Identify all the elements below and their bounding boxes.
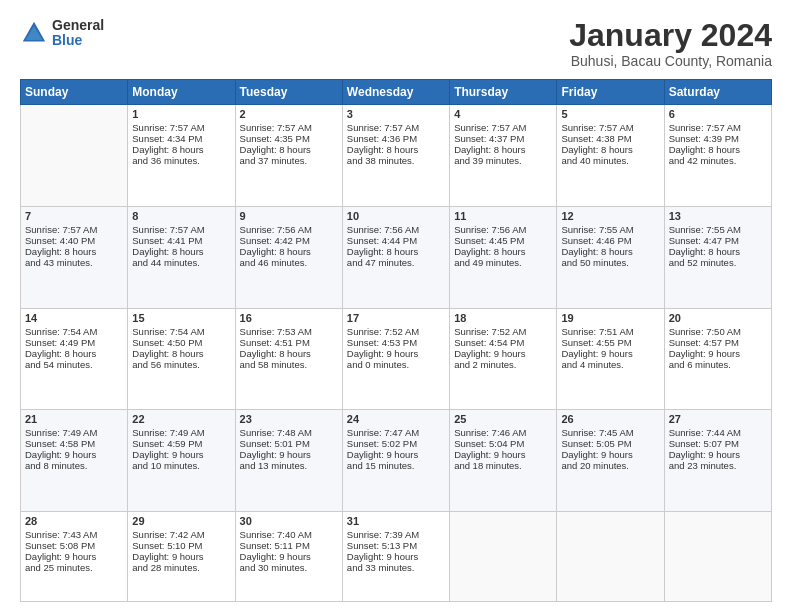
cell-line: Daylight: 9 hours bbox=[561, 348, 659, 359]
cell-line: Sunset: 4:53 PM bbox=[347, 337, 445, 348]
day-number: 6 bbox=[669, 108, 767, 120]
cell-line: Sunrise: 7:52 AM bbox=[454, 326, 552, 337]
cell-line: Sunrise: 7:45 AM bbox=[561, 427, 659, 438]
cell-line: Daylight: 8 hours bbox=[25, 246, 123, 257]
cell-line: Sunset: 4:39 PM bbox=[669, 133, 767, 144]
day-number: 15 bbox=[132, 312, 230, 324]
day-number: 4 bbox=[454, 108, 552, 120]
cell-line: Daylight: 8 hours bbox=[561, 246, 659, 257]
day-number: 30 bbox=[240, 515, 338, 527]
cell-line: Sunrise: 7:49 AM bbox=[25, 427, 123, 438]
page-subtitle: Buhusi, Bacau County, Romania bbox=[569, 53, 772, 69]
cell-line: Sunset: 4:44 PM bbox=[347, 235, 445, 246]
cell-line: Sunset: 4:45 PM bbox=[454, 235, 552, 246]
cell-line: Sunset: 4:51 PM bbox=[240, 337, 338, 348]
title-block: January 2024 Buhusi, Bacau County, Roman… bbox=[569, 18, 772, 69]
calendar-day-header: Monday bbox=[128, 80, 235, 105]
cell-line: Sunset: 4:58 PM bbox=[25, 438, 123, 449]
cell-line: Sunrise: 7:50 AM bbox=[669, 326, 767, 337]
cell-line: Sunrise: 7:57 AM bbox=[240, 122, 338, 133]
cell-line: and 2 minutes. bbox=[454, 359, 552, 370]
cell-line: and 13 minutes. bbox=[240, 460, 338, 471]
cell-line: and 36 minutes. bbox=[132, 155, 230, 166]
calendar-header-row: SundayMondayTuesdayWednesdayThursdayFrid… bbox=[21, 80, 772, 105]
day-number: 21 bbox=[25, 413, 123, 425]
day-number: 2 bbox=[240, 108, 338, 120]
cell-line: and 20 minutes. bbox=[561, 460, 659, 471]
cell-line: Daylight: 9 hours bbox=[240, 449, 338, 460]
cell-line: and 43 minutes. bbox=[25, 257, 123, 268]
cell-line: and 38 minutes. bbox=[347, 155, 445, 166]
cell-line: Sunset: 4:41 PM bbox=[132, 235, 230, 246]
cell-line: Sunrise: 7:47 AM bbox=[347, 427, 445, 438]
day-number: 5 bbox=[561, 108, 659, 120]
day-number: 23 bbox=[240, 413, 338, 425]
cell-line: Sunset: 4:57 PM bbox=[669, 337, 767, 348]
cell-line: Daylight: 9 hours bbox=[454, 449, 552, 460]
cell-line: Sunrise: 7:54 AM bbox=[25, 326, 123, 337]
day-number: 14 bbox=[25, 312, 123, 324]
calendar-cell: 25Sunrise: 7:46 AMSunset: 5:04 PMDayligh… bbox=[450, 410, 557, 512]
cell-line: Sunrise: 7:53 AM bbox=[240, 326, 338, 337]
calendar-cell: 6Sunrise: 7:57 AMSunset: 4:39 PMDaylight… bbox=[664, 105, 771, 207]
cell-line: Sunset: 4:42 PM bbox=[240, 235, 338, 246]
cell-line: Daylight: 8 hours bbox=[25, 348, 123, 359]
calendar-cell: 21Sunrise: 7:49 AMSunset: 4:58 PMDayligh… bbox=[21, 410, 128, 512]
cell-line: and 50 minutes. bbox=[561, 257, 659, 268]
calendar-cell: 8Sunrise: 7:57 AMSunset: 4:41 PMDaylight… bbox=[128, 206, 235, 308]
calendar-cell: 15Sunrise: 7:54 AMSunset: 4:50 PMDayligh… bbox=[128, 308, 235, 410]
cell-line: Sunset: 4:54 PM bbox=[454, 337, 552, 348]
calendar-day-header: Wednesday bbox=[342, 80, 449, 105]
logo-icon bbox=[20, 19, 48, 47]
calendar-cell: 23Sunrise: 7:48 AMSunset: 5:01 PMDayligh… bbox=[235, 410, 342, 512]
day-number: 24 bbox=[347, 413, 445, 425]
cell-line: Daylight: 9 hours bbox=[347, 551, 445, 562]
cell-line: and 4 minutes. bbox=[561, 359, 659, 370]
calendar-cell: 12Sunrise: 7:55 AMSunset: 4:46 PMDayligh… bbox=[557, 206, 664, 308]
day-number: 25 bbox=[454, 413, 552, 425]
calendar-cell: 9Sunrise: 7:56 AMSunset: 4:42 PMDaylight… bbox=[235, 206, 342, 308]
cell-line: Sunset: 5:11 PM bbox=[240, 540, 338, 551]
cell-line: Daylight: 9 hours bbox=[347, 348, 445, 359]
cell-line: and 56 minutes. bbox=[132, 359, 230, 370]
cell-line: Sunrise: 7:49 AM bbox=[132, 427, 230, 438]
day-number: 26 bbox=[561, 413, 659, 425]
cell-line: and 30 minutes. bbox=[240, 562, 338, 573]
calendar-day-header: Tuesday bbox=[235, 80, 342, 105]
calendar-cell: 28Sunrise: 7:43 AMSunset: 5:08 PMDayligh… bbox=[21, 511, 128, 601]
cell-line: and 15 minutes. bbox=[347, 460, 445, 471]
day-number: 19 bbox=[561, 312, 659, 324]
cell-line: Sunset: 4:40 PM bbox=[25, 235, 123, 246]
cell-line: Sunset: 5:04 PM bbox=[454, 438, 552, 449]
cell-line: Sunrise: 7:43 AM bbox=[25, 529, 123, 540]
calendar-cell: 2Sunrise: 7:57 AMSunset: 4:35 PMDaylight… bbox=[235, 105, 342, 207]
header: General Blue January 2024 Buhusi, Bacau … bbox=[20, 18, 772, 69]
calendar-cell: 7Sunrise: 7:57 AMSunset: 4:40 PMDaylight… bbox=[21, 206, 128, 308]
cell-line: and 28 minutes. bbox=[132, 562, 230, 573]
calendar-cell: 30Sunrise: 7:40 AMSunset: 5:11 PMDayligh… bbox=[235, 511, 342, 601]
cell-line: Sunset: 5:05 PM bbox=[561, 438, 659, 449]
cell-line: Daylight: 9 hours bbox=[25, 449, 123, 460]
calendar-cell bbox=[21, 105, 128, 207]
cell-line: Sunrise: 7:39 AM bbox=[347, 529, 445, 540]
cell-line: Daylight: 9 hours bbox=[669, 348, 767, 359]
cell-line: Sunset: 4:34 PM bbox=[132, 133, 230, 144]
calendar-cell: 1Sunrise: 7:57 AMSunset: 4:34 PMDaylight… bbox=[128, 105, 235, 207]
day-number: 22 bbox=[132, 413, 230, 425]
cell-line: Sunset: 4:38 PM bbox=[561, 133, 659, 144]
cell-line: and 8 minutes. bbox=[25, 460, 123, 471]
calendar-cell: 10Sunrise: 7:56 AMSunset: 4:44 PMDayligh… bbox=[342, 206, 449, 308]
cell-line: and 37 minutes. bbox=[240, 155, 338, 166]
day-number: 11 bbox=[454, 210, 552, 222]
cell-line: Daylight: 8 hours bbox=[132, 348, 230, 359]
cell-line: Daylight: 8 hours bbox=[347, 246, 445, 257]
day-number: 27 bbox=[669, 413, 767, 425]
cell-line: and 46 minutes. bbox=[240, 257, 338, 268]
cell-line: and 0 minutes. bbox=[347, 359, 445, 370]
day-number: 9 bbox=[240, 210, 338, 222]
day-number: 7 bbox=[25, 210, 123, 222]
cell-line: Daylight: 8 hours bbox=[132, 144, 230, 155]
cell-line: Daylight: 8 hours bbox=[240, 348, 338, 359]
calendar-cell: 11Sunrise: 7:56 AMSunset: 4:45 PMDayligh… bbox=[450, 206, 557, 308]
cell-line: Sunset: 4:35 PM bbox=[240, 133, 338, 144]
